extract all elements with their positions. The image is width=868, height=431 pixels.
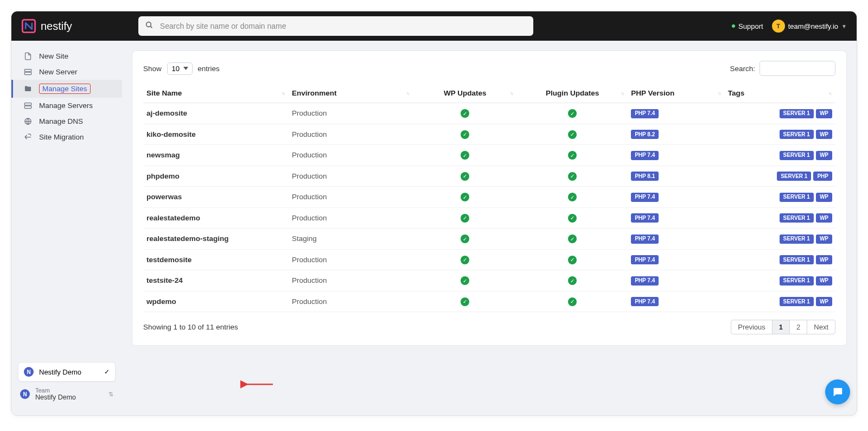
cell-env: Production bbox=[289, 291, 413, 312]
table-search-label: Search: bbox=[730, 65, 755, 73]
table-row[interactable]: newsmagProduction✓✓PHP 7.4SERVER 1WP bbox=[143, 145, 835, 166]
tag-pill: SERVER 1 bbox=[777, 172, 811, 181]
check-circle-icon: ✓ bbox=[461, 109, 469, 118]
check-circle-icon: ✓ bbox=[461, 297, 469, 306]
pager-next[interactable]: Next bbox=[807, 320, 835, 334]
check-circle-icon: ✓ bbox=[568, 130, 577, 139]
cell-tags: SERVER 1WP bbox=[725, 207, 835, 229]
col-php[interactable]: PHP Version↑↓ bbox=[628, 84, 725, 103]
team-badge-icon: N bbox=[20, 389, 30, 399]
sidebar-item-manage-dns[interactable]: Manage DNS bbox=[11, 113, 122, 129]
tag-pill: WP bbox=[816, 193, 832, 202]
entries-select[interactable]: 10 bbox=[167, 62, 193, 75]
sidebar-item-manage-servers[interactable]: Manage Servers bbox=[11, 98, 122, 113]
col-wp[interactable]: WP Updates↑↓ bbox=[413, 84, 517, 103]
col-site[interactable]: Site Name↑↓ bbox=[143, 84, 289, 103]
col-tags[interactable]: Tags↑↓ bbox=[725, 84, 835, 103]
cell-php: PHP 8.2 bbox=[628, 124, 725, 145]
check-icon: ✓ bbox=[104, 368, 110, 376]
tag-pill: WP bbox=[816, 234, 832, 244]
cell-tags: SERVER 1WP bbox=[725, 103, 835, 124]
search-input[interactable] bbox=[138, 16, 533, 36]
table-row[interactable]: realestatedemo-stagingStaging✓✓PHP 7.4SE… bbox=[143, 229, 835, 250]
pager-page[interactable]: 2 bbox=[789, 320, 807, 334]
chat-fab[interactable] bbox=[825, 379, 850, 404]
user-menu[interactable]: T team@nestify.io ▼ bbox=[772, 20, 847, 33]
main: Show 10 entries Search: Site Name bbox=[122, 41, 857, 415]
logo-icon bbox=[21, 18, 36, 34]
check-circle-icon: ✓ bbox=[568, 256, 577, 264]
col-env[interactable]: Environment↑↓ bbox=[289, 84, 413, 103]
cell-site: newsmag bbox=[143, 145, 289, 166]
cell-php: PHP 7.4 bbox=[628, 291, 725, 312]
cell-wp: ✓ bbox=[413, 270, 517, 291]
support-link[interactable]: Support bbox=[732, 22, 763, 30]
check-circle-icon: ✓ bbox=[461, 276, 469, 285]
entries-label: entries bbox=[197, 65, 220, 73]
table-row[interactable]: testsite-24Production✓✓PHP 7.4SERVER 1WP bbox=[143, 270, 835, 291]
logo[interactable]: nestify bbox=[21, 18, 72, 34]
cell-wp: ✓ bbox=[413, 187, 517, 208]
sort-icon: ↑↓ bbox=[282, 91, 284, 96]
sort-icon: ↑↓ bbox=[406, 91, 409, 96]
tag-pill: SERVER 1 bbox=[780, 255, 814, 264]
table-row[interactable]: phpdemoProduction✓✓PHP 8.1SERVER 1PHP bbox=[143, 166, 835, 187]
svg-rect-6 bbox=[24, 106, 31, 108]
pager-page[interactable]: 1 bbox=[772, 320, 789, 334]
status-dot-icon bbox=[732, 24, 735, 28]
cell-plugin: ✓ bbox=[517, 166, 628, 187]
table-row[interactable]: wpdemoProduction✓✓PHP 7.4SERVER 1WP bbox=[143, 291, 835, 312]
tag-pill: PHP bbox=[813, 172, 832, 181]
cell-php: PHP 7.4 bbox=[628, 103, 725, 124]
cell-wp: ✓ bbox=[413, 124, 517, 145]
table-row[interactable]: realestatedemoProduction✓✓PHP 7.4SERVER … bbox=[143, 207, 835, 229]
cell-wp: ✓ bbox=[413, 291, 517, 312]
php-pill: PHP 8.2 bbox=[631, 130, 659, 139]
tag-pill: SERVER 1 bbox=[780, 234, 814, 244]
pager-prev[interactable]: Previous bbox=[731, 320, 772, 334]
tag-pill: SERVER 1 bbox=[780, 109, 814, 118]
cell-tags: SERVER 1WP bbox=[725, 229, 835, 250]
col-plugin[interactable]: Plugin Updates↑↓ bbox=[517, 84, 628, 103]
team-switcher[interactable]: N Team Nestify Demo ⇅ bbox=[18, 382, 116, 401]
tag-pill: WP bbox=[816, 276, 832, 286]
sites-table: Site Name↑↓ Environment↑↓ WP Updates↑↓ P… bbox=[143, 84, 835, 312]
table-search-input[interactable] bbox=[760, 61, 835, 76]
sidebar-item-new-server[interactable]: New Server bbox=[11, 64, 122, 80]
cell-site: powerwas bbox=[143, 187, 289, 208]
cell-site: testsite-24 bbox=[143, 270, 289, 291]
table-row[interactable]: testdemositeProduction✓✓PHP 7.4SERVER 1W… bbox=[143, 249, 835, 270]
check-circle-icon: ✓ bbox=[461, 172, 469, 181]
sidebar-item-label: Manage Servers bbox=[39, 102, 93, 110]
chat-icon bbox=[832, 386, 844, 398]
team-dropdown[interactable]: N Nestify Demo ✓ bbox=[18, 362, 116, 382]
check-circle-icon: ✓ bbox=[568, 193, 577, 201]
topbar: nestify Support T team@nestify.io ▼ bbox=[11, 11, 857, 41]
table-row[interactable]: kiko-demositeProduction✓✓PHP 8.2SERVER 1… bbox=[143, 124, 835, 145]
cell-site: aj-demosite bbox=[143, 103, 289, 124]
cell-plugin: ✓ bbox=[517, 229, 628, 250]
cell-php: PHP 8.1 bbox=[628, 166, 725, 187]
support-label: Support bbox=[738, 22, 763, 30]
table-row[interactable]: aj-demositeProduction✓✓PHP 7.4SERVER 1WP bbox=[143, 103, 835, 124]
search-wrap bbox=[138, 16, 533, 36]
php-pill: PHP 7.4 bbox=[631, 297, 659, 306]
cell-plugin: ✓ bbox=[517, 124, 628, 145]
cell-wp: ✓ bbox=[413, 166, 517, 187]
tag-pill: SERVER 1 bbox=[780, 151, 814, 160]
file-icon bbox=[23, 52, 33, 60]
cell-env: Production bbox=[289, 145, 413, 166]
sidebar-item-manage-sites[interactable]: Manage Sites bbox=[11, 80, 122, 98]
sidebar-item-site-migration[interactable]: Site Migration bbox=[11, 129, 122, 145]
cell-php: PHP 7.4 bbox=[628, 145, 725, 166]
tag-pill: WP bbox=[816, 109, 832, 118]
table-row[interactable]: powerwasProduction✓✓PHP 7.4SERVER 1WP bbox=[143, 187, 835, 208]
cell-site: phpdemo bbox=[143, 166, 289, 187]
check-circle-icon: ✓ bbox=[461, 151, 469, 160]
php-pill: PHP 7.4 bbox=[631, 234, 659, 244]
cell-site: wpdemo bbox=[143, 291, 289, 312]
svg-rect-5 bbox=[24, 103, 31, 105]
sidebar-item-new-site[interactable]: New Site bbox=[11, 48, 122, 64]
cell-tags: SERVER 1WP bbox=[725, 187, 835, 208]
svg-rect-3 bbox=[24, 69, 31, 72]
